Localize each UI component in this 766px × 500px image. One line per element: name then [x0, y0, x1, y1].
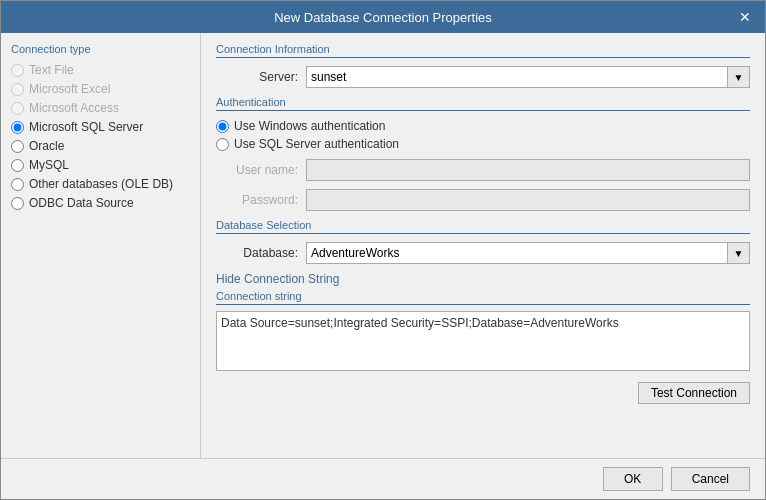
- rb-access-label: Microsoft Access: [29, 101, 119, 115]
- connection-type-header: Connection type: [11, 43, 190, 55]
- rb-odbc[interactable]: [11, 197, 24, 210]
- server-combo: ▼: [306, 66, 750, 88]
- rb-sqlserver-label: Microsoft SQL Server: [29, 120, 143, 134]
- database-dropdown-btn[interactable]: ▼: [728, 242, 750, 264]
- rb-odbc-item: ODBC Data Source: [11, 196, 190, 210]
- rb-sqlserver-item: Microsoft SQL Server: [11, 120, 190, 134]
- rb-oledb-label: Other databases (OLE DB): [29, 177, 173, 191]
- rb-sqlserver-auth[interactable]: [216, 138, 229, 151]
- dialog-body: Connection type Text File Microsoft Exce…: [1, 33, 765, 458]
- auth-section: Use Windows authentication Use SQL Serve…: [216, 119, 750, 151]
- username-input[interactable]: [306, 159, 750, 181]
- password-input[interactable]: [306, 189, 750, 211]
- dialog-title: New Database Connection Properties: [31, 10, 735, 25]
- database-input[interactable]: [306, 242, 728, 264]
- server-row: Server: ▼: [216, 66, 750, 88]
- rb-windows-item: Use Windows authentication: [216, 119, 750, 133]
- rb-oledb[interactable]: [11, 178, 24, 191]
- rb-excel-item: Microsoft Excel: [11, 82, 190, 96]
- rb-excel-label: Microsoft Excel: [29, 82, 110, 96]
- rb-textfile[interactable]: [11, 64, 24, 77]
- cancel-button[interactable]: Cancel: [671, 467, 750, 491]
- rb-oracle-label: Oracle: [29, 139, 64, 153]
- authentication-header: Authentication: [216, 96, 750, 111]
- username-label: User name:: [216, 163, 306, 177]
- right-panel: Connection Information Server: ▼ Authent…: [201, 33, 765, 458]
- title-bar: New Database Connection Properties ✕: [1, 1, 765, 33]
- dialog-footer: OK Cancel: [1, 458, 765, 499]
- ok-button[interactable]: OK: [603, 467, 663, 491]
- rb-mysql[interactable]: [11, 159, 24, 172]
- conn-string-header: Connection string: [216, 290, 750, 305]
- rb-textfile-label: Text File: [29, 63, 74, 77]
- rb-windows-label: Use Windows authentication: [234, 119, 385, 133]
- test-connection-button[interactable]: Test Connection: [638, 382, 750, 404]
- rb-odbc-label: ODBC Data Source: [29, 196, 134, 210]
- database-row: Database: ▼: [216, 242, 750, 264]
- password-label: Password:: [216, 193, 306, 207]
- database-label: Database:: [216, 246, 306, 260]
- test-conn-row: Test Connection: [216, 382, 750, 404]
- rb-sqlauth-item: Use SQL Server authentication: [216, 137, 750, 151]
- rb-oracle-item: Oracle: [11, 139, 190, 153]
- rb-oracle[interactable]: [11, 140, 24, 153]
- rb-oledb-item: Other databases (OLE DB): [11, 177, 190, 191]
- rb-sqlauth-label: Use SQL Server authentication: [234, 137, 399, 151]
- rb-access[interactable]: [11, 102, 24, 115]
- username-row: User name:: [216, 159, 750, 181]
- server-dropdown-btn[interactable]: ▼: [728, 66, 750, 88]
- rb-windows-auth[interactable]: [216, 120, 229, 133]
- server-input[interactable]: [306, 66, 728, 88]
- server-label: Server:: [216, 70, 306, 84]
- database-combo: ▼: [306, 242, 750, 264]
- left-panel: Connection type Text File Microsoft Exce…: [1, 33, 201, 458]
- db-selection-header: Database Selection: [216, 219, 750, 234]
- rb-textfile-item: Text File: [11, 63, 190, 77]
- rb-mysql-label: MySQL: [29, 158, 69, 172]
- hide-conn-string-link[interactable]: Hide Connection String: [216, 272, 339, 286]
- connection-info-header: Connection Information: [216, 43, 750, 58]
- rb-mysql-item: MySQL: [11, 158, 190, 172]
- dialog-window: New Database Connection Properties ✕ Con…: [0, 0, 766, 500]
- password-row: Password:: [216, 189, 750, 211]
- close-button[interactable]: ✕: [735, 7, 755, 27]
- rb-excel[interactable]: [11, 83, 24, 96]
- rb-access-item: Microsoft Access: [11, 101, 190, 115]
- rb-sqlserver[interactable]: [11, 121, 24, 134]
- conn-string-textarea[interactable]: Data Source=sunset;Integrated Security=S…: [216, 311, 750, 371]
